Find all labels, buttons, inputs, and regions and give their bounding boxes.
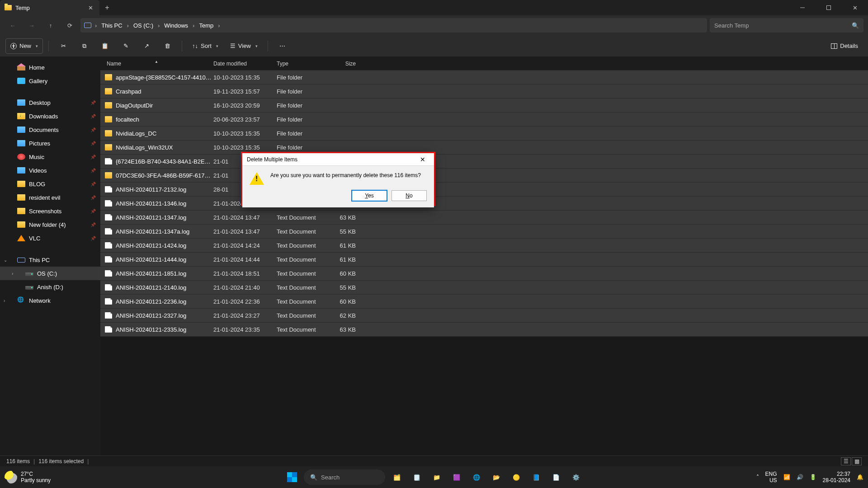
tab-close-icon[interactable]: ✕: [88, 5, 93, 11]
refresh-button[interactable]: ⟳: [61, 17, 78, 33]
task-edge[interactable]: 🌐: [468, 469, 485, 485]
file-row[interactable]: ANISH-20240121-1347.log21-01-2024 13:47T…: [100, 211, 868, 225]
file-row[interactable]: ANISH-20240121-2140.log21-01-2024 21:40T…: [100, 281, 868, 295]
task-app-3[interactable]: 🟪: [448, 469, 465, 485]
file-row[interactable]: ANISH-20240121-1444.log21-01-2024 14:44T…: [100, 253, 868, 267]
crumb-os-c[interactable]: OS (C:): [131, 21, 156, 30]
file-row[interactable]: NvidiaLogs_Win32UX10-10-2023 15:35File f…: [100, 141, 868, 155]
nav-screenshots[interactable]: Screenshots📌: [0, 204, 100, 218]
file-row[interactable]: DiagOutputDir16-10-2023 20:59File folder: [100, 99, 868, 113]
clock[interactable]: 22:37 28-01-2024: [823, 471, 850, 483]
crumb-windows[interactable]: Windows: [161, 21, 191, 30]
file-row[interactable]: ANISH-20240121-1851.log21-01-2024 18:51T…: [100, 267, 868, 281]
file-row[interactable]: focaltech20-06-2023 23:57File folder: [100, 113, 868, 127]
file-row[interactable]: {6724E16B-B740-4343-84A1-B2E337D83...21-…: [100, 155, 868, 169]
task-files[interactable]: 📂: [488, 469, 505, 485]
nav-pictures[interactable]: Pictures📌: [0, 136, 100, 150]
details-pane-button[interactable]: Details: [826, 38, 863, 54]
task-notepad[interactable]: 📄: [548, 469, 564, 485]
column-type[interactable]: Type: [277, 61, 329, 67]
file-row[interactable]: appxStage-{3E88525C-4157-4410-8835-...10…: [100, 70, 868, 84]
rename-button[interactable]: ✎: [117, 38, 135, 54]
forward-button[interactable]: →: [24, 17, 40, 33]
details-view-button[interactable]: ☰: [841, 457, 851, 465]
file-name: 07DC3E60-3FEA-486B-B59F-6174965481...: [116, 172, 213, 179]
new-tab-button[interactable]: +: [99, 4, 115, 12]
column-size[interactable]: Size: [329, 61, 360, 67]
delete-button[interactable]: 🗑: [158, 38, 176, 54]
up-button[interactable]: ↑: [42, 17, 59, 33]
weather-widget[interactable]: 27°C Partly sunny: [5, 471, 51, 483]
nav-documents[interactable]: Documents📌: [0, 123, 100, 136]
nav-videos[interactable]: Videos📌: [0, 164, 100, 177]
close-button[interactable]: ✕: [842, 0, 868, 15]
file-row[interactable]: ANISH-20240121-1347a.log21-01-2024 13:47…: [100, 225, 868, 239]
chevron-right-icon[interactable]: ›: [12, 271, 13, 276]
breadcrumb[interactable]: › This PC › OS (C:) › Windows › Temp ›: [80, 18, 707, 33]
yes-button[interactable]: Yes: [352, 190, 387, 201]
column-date[interactable]: Date modified: [213, 61, 277, 67]
nav-drive-d[interactable]: Anish (D:): [0, 280, 100, 294]
crumb-this-pc[interactable]: This PC: [99, 21, 125, 30]
taskbar-search[interactable]: 🔍Search: [304, 469, 385, 485]
task-word[interactable]: 📘: [528, 469, 544, 485]
copy-button[interactable]: ⧉: [75, 38, 93, 54]
icons-view-button[interactable]: ▦: [852, 457, 862, 465]
task-chrome[interactable]: 🟡: [508, 469, 524, 485]
nav-resident-evil[interactable]: resident evil📌: [0, 191, 100, 204]
search-input[interactable]: Search Temp 🔍: [710, 18, 863, 33]
task-app-2[interactable]: 🗒️: [409, 469, 425, 485]
task-settings[interactable]: ⚙️: [568, 469, 584, 485]
tray-overflow-icon[interactable]: ˄: [756, 474, 759, 480]
nav-music[interactable]: Music📌: [0, 150, 100, 164]
new-button[interactable]: New: [5, 38, 43, 54]
cut-button[interactable]: ✂: [54, 38, 72, 54]
file-row[interactable]: ANISH-20240121-2327.log21-01-2024 23:27T…: [100, 309, 868, 323]
back-button[interactable]: ←: [5, 17, 21, 33]
file-row[interactable]: ANISH-20240117-2132.log28-01: [100, 183, 868, 197]
wifi-icon[interactable]: 📶: [783, 474, 790, 480]
dialog-close-button[interactable]: ✕: [416, 154, 429, 165]
nav-desktop[interactable]: Desktop📌: [0, 96, 100, 109]
nav-this-pc[interactable]: ⌄This PC: [0, 253, 100, 267]
nav-downloads[interactable]: Downloads📌: [0, 109, 100, 123]
task-explorer[interactable]: 📁: [429, 469, 445, 485]
start-button[interactable]: [284, 469, 300, 485]
file-row[interactable]: ANISH-20240121-2335.log21-01-2024 23:35T…: [100, 323, 868, 337]
file-row[interactable]: NvidiaLogs_DC10-10-2023 15:35File folder: [100, 127, 868, 141]
nav-vlc[interactable]: VLC📌: [0, 231, 100, 245]
nav-gallery[interactable]: Gallery: [0, 74, 100, 88]
view-button[interactable]: ☰ View: [226, 38, 262, 54]
nav-new-folder-4[interactable]: New folder (4)📌: [0, 218, 100, 231]
file-date: 19-11-2023 15:57: [213, 88, 277, 95]
file-row[interactable]: Crashpad19-11-2023 15:57File folder: [100, 84, 868, 99]
window-tab[interactable]: Temp ✕: [0, 0, 99, 15]
chevron-down-icon[interactable]: ⌄: [4, 258, 7, 263]
file-row[interactable]: 07DC3E60-3FEA-486B-B59F-6174965481...21-…: [100, 169, 868, 183]
pin-icon: 📌: [90, 114, 96, 119]
share-button[interactable]: ↗: [137, 38, 156, 54]
more-button[interactable]: ⋯: [274, 38, 292, 54]
no-button[interactable]: No: [392, 190, 427, 201]
nav-drive-c[interactable]: ›OS (C:): [0, 267, 100, 280]
minimize-button[interactable]: [789, 0, 816, 15]
notifications-icon[interactable]: 🔔: [857, 474, 863, 480]
file-row[interactable]: ANISH-20240121-2236.log21-01-2024 22:36T…: [100, 295, 868, 309]
sort-button[interactable]: ↑↓ Sort: [188, 38, 223, 54]
file-row[interactable]: ANISH-20240121-1424.log21-01-2024 14:24T…: [100, 239, 868, 253]
file-row[interactable]: ANISH-20240121-1346.log21-01-2024 13:46T…: [100, 197, 868, 211]
nav-network[interactable]: ›Network: [0, 294, 100, 307]
task-app-1[interactable]: 🗂️: [389, 469, 405, 485]
column-name[interactable]: Name▲: [100, 61, 213, 67]
maximize-button[interactable]: [816, 0, 842, 15]
paste-button[interactable]: 📋: [96, 38, 114, 54]
nav-blog[interactable]: BLOG📌: [0, 177, 100, 191]
chevron-right-icon[interactable]: ›: [4, 298, 5, 303]
crumb-temp[interactable]: Temp: [196, 21, 216, 30]
battery-icon[interactable]: 🔋: [810, 474, 816, 480]
pin-icon: 📌: [90, 236, 96, 241]
volume-icon[interactable]: 🔊: [797, 474, 803, 480]
file-type: Text Document: [277, 298, 329, 305]
language-indicator[interactable]: ENG US: [765, 471, 777, 483]
nav-home[interactable]: Home: [0, 61, 100, 74]
